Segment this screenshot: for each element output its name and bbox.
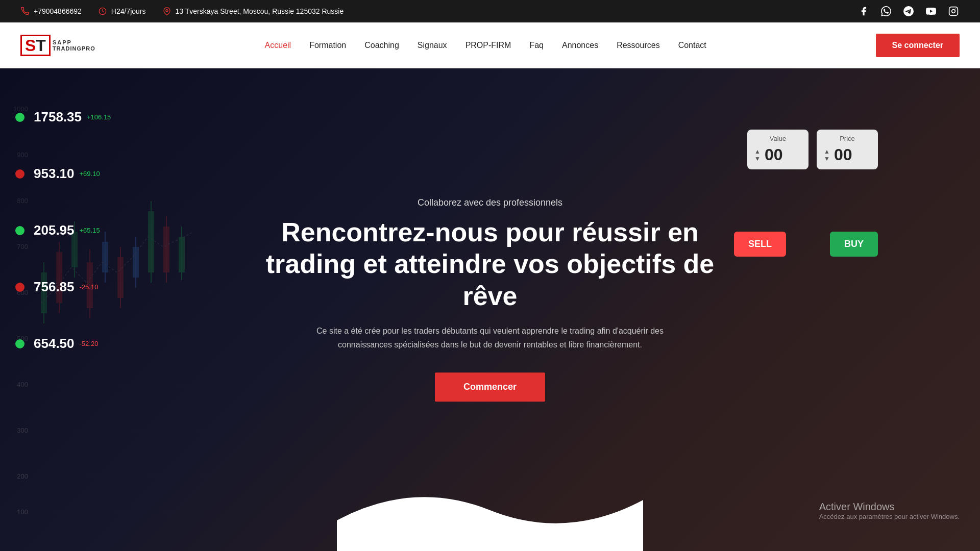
dot-green-1 bbox=[15, 113, 24, 122]
nav-item-coaching[interactable]: Coaching bbox=[364, 41, 399, 50]
dot-red-4 bbox=[15, 283, 24, 292]
hero-wave bbox=[337, 480, 643, 551]
ticker-row-3: 205.95 +65.15 bbox=[15, 222, 111, 238]
value-label: Value bbox=[754, 135, 801, 142]
nav-link-faq[interactable]: Faq bbox=[529, 41, 544, 49]
hours-text: H24/7jours bbox=[111, 7, 146, 15]
nav-link-annonces[interactable]: Annonces bbox=[562, 41, 598, 49]
location-icon bbox=[162, 7, 172, 16]
dot-green-3 bbox=[15, 226, 24, 235]
hero-description: Ce site a été crée pour les traders débu… bbox=[306, 324, 674, 352]
logo-text-box: SAPP TRADINGPRO bbox=[53, 39, 95, 52]
logo-st: S bbox=[25, 37, 36, 54]
nav-item-formation[interactable]: Formation bbox=[309, 41, 346, 50]
navbar: S T SAPP TRADINGPRO Accueil Formation Co… bbox=[0, 22, 980, 68]
price-number: 00 bbox=[834, 145, 852, 164]
nav-item-propfirm[interactable]: PROP-FIRM bbox=[465, 41, 511, 50]
price-4: 756.85 bbox=[34, 279, 75, 295]
ticker-row-2: 953.10 +69.10 bbox=[15, 166, 111, 182]
ticker-row-4: 756.85 -25.10 bbox=[15, 279, 111, 295]
hero-section: 1000 900 800 700 600 500 400 300 200 100… bbox=[0, 68, 980, 551]
price-3: 205.95 bbox=[34, 222, 75, 238]
connect-button[interactable]: Se connecter bbox=[876, 34, 960, 57]
svg-point-1 bbox=[166, 10, 168, 12]
nav-item-faq[interactable]: Faq bbox=[529, 41, 544, 50]
price-5: 654.50 bbox=[34, 336, 75, 352]
nav-item-contact[interactable]: Contact bbox=[678, 41, 706, 50]
nav-item-ressources[interactable]: Ressources bbox=[617, 41, 659, 50]
address-text: 13 Tverskaya Street, Moscou, Russie 1250… bbox=[176, 7, 344, 15]
nav-link-coaching[interactable]: Coaching bbox=[364, 41, 399, 49]
trading-ui: Value ▲▼ 00 Price ▲▼ 00 bbox=[747, 130, 878, 169]
ticker-row-5: 654.50 -52.20 bbox=[15, 336, 111, 352]
nav-item-signaux[interactable]: Signaux bbox=[418, 41, 447, 50]
buy-button[interactable]: BUY bbox=[830, 232, 878, 257]
value-number: 00 bbox=[765, 145, 783, 164]
nav-link-contact[interactable]: Contact bbox=[678, 41, 706, 49]
clock-icon bbox=[98, 7, 107, 16]
telegram-icon[interactable] bbox=[902, 5, 915, 17]
nav-link-signaux[interactable]: Signaux bbox=[418, 41, 447, 49]
phone-number: +79004866692 bbox=[34, 7, 82, 15]
watermark-title: Activer Windows bbox=[819, 501, 960, 513]
price-control: ▲▼ 00 bbox=[824, 145, 871, 164]
youtube-icon[interactable] bbox=[925, 5, 937, 17]
phone-icon bbox=[20, 7, 30, 16]
price-arrows: ▲▼ bbox=[824, 148, 830, 162]
change-2: +69.10 bbox=[80, 170, 100, 178]
nav-item-annonces[interactable]: Annonces bbox=[562, 41, 598, 50]
price-box: Price ▲▼ 00 bbox=[817, 130, 878, 169]
price-1: 1758.35 bbox=[34, 109, 82, 125]
watermark-subtitle: Accédez aux paramètres pour activer Wind… bbox=[819, 513, 960, 520]
change-1: +106.15 bbox=[87, 113, 111, 121]
whatsapp-icon[interactable] bbox=[880, 5, 892, 17]
value-box: Value ▲▼ 00 bbox=[747, 130, 808, 169]
price-2: 953.10 bbox=[34, 166, 75, 182]
address-item: 13 Tverskaya Street, Moscou, Russie 1250… bbox=[162, 7, 344, 16]
logo[interactable]: S T SAPP TRADINGPRO bbox=[20, 35, 95, 56]
windows-watermark: Activer Windows Accédez aux paramètres p… bbox=[819, 501, 960, 520]
facebook-icon[interactable] bbox=[857, 5, 870, 17]
nav-links: Accueil Formation Coaching Signaux PROP-… bbox=[265, 41, 706, 50]
nav-link-accueil[interactable]: Accueil bbox=[265, 41, 291, 49]
price-label: Price bbox=[824, 135, 871, 142]
nav-link-propfirm[interactable]: PROP-FIRM bbox=[465, 41, 511, 49]
topbar-social bbox=[857, 5, 960, 17]
cta-button[interactable]: Commencer bbox=[435, 372, 545, 402]
phone-item[interactable]: +79004866692 bbox=[20, 7, 82, 16]
logo-sapp: SAPP bbox=[53, 39, 72, 45]
instagram-icon[interactable] bbox=[947, 5, 960, 17]
value-arrows: ▲▼ bbox=[754, 148, 761, 162]
sell-button[interactable]: SELL bbox=[734, 232, 786, 257]
ticker-rows: 1758.35 +106.15 953.10 +69.10 205.95 +65… bbox=[15, 109, 111, 352]
dot-red-2 bbox=[15, 169, 24, 179]
nav-item-accueil[interactable]: Accueil bbox=[265, 41, 291, 50]
ticker-row-1: 1758.35 +106.15 bbox=[15, 109, 111, 125]
hero-content: Collaborez avec des professionnels Renco… bbox=[260, 197, 720, 402]
nav-link-formation[interactable]: Formation bbox=[309, 41, 346, 49]
dot-green-5 bbox=[15, 339, 24, 348]
logo-tradingpro: TRADINGPRO bbox=[53, 45, 95, 52]
hours-item: H24/7jours bbox=[98, 7, 146, 16]
nav-link-ressources[interactable]: Ressources bbox=[617, 41, 659, 49]
topbar: +79004866692 H24/7jours 13 Tverskaya Str… bbox=[0, 0, 980, 22]
hero-title: Rencontrez-nous pour réussir en trading … bbox=[260, 216, 720, 312]
change-4: -25.10 bbox=[80, 283, 99, 291]
value-control: ▲▼ 00 bbox=[754, 145, 801, 164]
svg-rect-2 bbox=[949, 7, 958, 16]
logo-t: T bbox=[36, 37, 46, 54]
topbar-left: +79004866692 H24/7jours 13 Tverskaya Str… bbox=[20, 7, 344, 16]
hero-subtitle: Collaborez avec des professionnels bbox=[260, 197, 720, 208]
change-5: -52.20 bbox=[80, 340, 99, 347]
change-3: +65.15 bbox=[80, 227, 100, 234]
